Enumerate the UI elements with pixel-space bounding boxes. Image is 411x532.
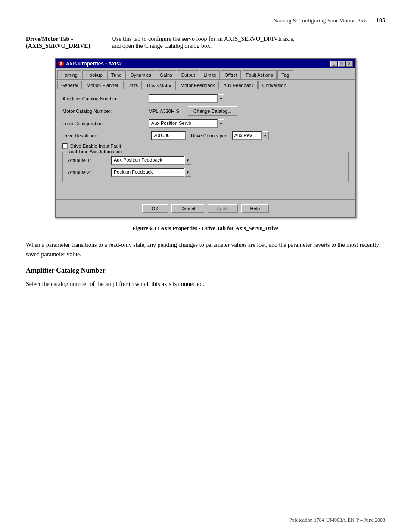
attr1-label: Attribute 1: [68,158,111,163]
attr1-combo[interactable]: Aux Position Feedback ▼ [111,156,191,165]
tab-motor-feedback[interactable]: Motor Feedback [177,81,218,89]
tab-fault-actions[interactable]: Fault Actions [242,70,277,79]
drive-unit-dropdown-arrow[interactable]: ▼ [262,131,269,140]
tab-aux-feedback[interactable]: Aux Feedback [220,81,258,89]
tab-bar-row1: Homing Hookup Tune Dynamics Gains Output… [56,68,355,80]
page-header: Naming & Configuring Your Motion Axis 10… [26,17,385,27]
real-time-group: Real Time Axis Infomation Attribute 1: A… [62,152,349,182]
intro-label-title: Drive/Motor Tab - [26,36,103,43]
tab-drive-motor[interactable]: Drive/Motor [143,81,176,90]
tab-motion-planner[interactable]: Motion Planner [83,81,122,89]
amplifier-dropdown-arrow[interactable]: ▼ [218,94,224,103]
motor-catalog-label: Motor Catalog Number: [62,109,149,114]
apply-button[interactable]: Apply [208,204,238,213]
dialog-content: Amplifier Catalog Number: 2094-AM02 ▼ Mo… [56,89,355,199]
intro-label: Drive/Motor Tab - (AXIS_SERVO_DRIVE) [26,36,103,50]
axis-properties-dialog: ⚙ Axis Properties - Axis2 _ □ ✕ Homing H… [55,58,356,218]
ok-button[interactable]: OK [142,204,168,213]
drive-unit-combo[interactable]: Aux Rev ▼ [232,131,269,140]
dialog-controls: _ □ ✕ [330,61,353,67]
tab-offset[interactable]: Offset [221,70,241,79]
dialog-footer: OK Cancel Apply Help [56,199,355,217]
minimize-button[interactable]: _ [330,61,337,67]
enable-fault-checkbox[interactable] [62,143,68,149]
drive-resolution-label: Drive Resolution: [62,133,149,138]
tab-general[interactable]: General [57,81,82,89]
drive-resolution-value[interactable]: 200000 [151,131,186,140]
tab-output[interactable]: Output [177,70,199,79]
amplifier-row: Amplifier Catalog Number: 2094-AM02 ▼ [62,94,349,103]
close-button[interactable]: ✕ [346,61,353,67]
attr2-value[interactable]: Position Feedback [111,168,184,177]
drive-counts-label: Drive Counts per [191,133,227,138]
section-paragraph: Select the catalog number of the amplifi… [26,280,385,289]
attr1-dropdown-arrow[interactable]: ▼ [184,156,191,165]
loop-config-value[interactable]: Aux Position Servo [149,119,218,128]
dialog-app-icon: ⚙ [58,61,64,67]
dialog-title-left: ⚙ Axis Properties - Axis2 [58,61,122,67]
help-button[interactable]: Help [241,204,269,213]
tab-gains[interactable]: Gains [156,70,176,79]
attr1-value[interactable]: Aux Position Feedback [111,156,184,165]
tab-conversion[interactable]: Conversion [258,81,290,89]
tab-dynamics[interactable]: Dynamics [127,70,155,79]
tab-homing[interactable]: Homing [57,70,81,79]
loop-config-combo[interactable]: Aux Position Servo ▼ [149,119,224,128]
figure-caption: Figure 6.13 Axis Properties - Drive Tab … [26,225,385,232]
drive-resolution-row: Drive Resolution: 200000 Drive Counts pe… [62,131,349,140]
tab-hookup[interactable]: Hookup [82,70,106,79]
attr2-combo[interactable]: Position Feedback ▼ [111,168,191,177]
enable-fault-row: Drive Enable Input Fault [62,143,349,149]
intro-label-subtitle: (AXIS_SERVO_DRIVE) [26,43,103,50]
footer-publication: Publication 1784-UM003A-EN-P – June 2003 [289,517,385,523]
loop-config-label: Loop Configuration: [62,121,149,126]
intro-section: Drive/Motor Tab - (AXIS_SERVO_DRIVE) Use… [26,36,385,50]
tab-bar-row2: General Motion Planner Units Drive/Motor… [56,80,355,89]
header-text: Naming & Configuring Your Motion Axis [273,17,367,24]
amplifier-combo[interactable]: 2094-AM02 ▼ [149,94,224,103]
amplifier-value[interactable]: 2094-AM02 [149,94,218,103]
section-heading: Amplifier Catalog Number [26,267,385,274]
intro-text: Use this tab to configure the servo loop… [112,36,385,50]
attr2-label: Attribute 2: [68,170,111,175]
enable-fault-label: Drive Enable Input Fault [70,143,121,149]
tab-units[interactable]: Units [123,81,142,89]
tab-limits[interactable]: Limits [200,70,220,79]
motor-catalog-row: Motor Catalog Number: MPL-A320H-S Change… [62,106,349,116]
dialog-titlebar: ⚙ Axis Properties - Axis2 _ □ ✕ [56,59,355,68]
group-box-label: Real Time Axis Infomation [66,149,123,154]
attr2-row: Attribute 2: Position Feedback ▼ [68,168,343,177]
cancel-button[interactable]: Cancel [171,204,204,213]
drive-unit-value[interactable]: Aux Rev [232,131,262,140]
body-paragraph: When a parameter transitions to a read-o… [26,240,385,260]
change-catalog-button[interactable]: Change Catalog... [188,106,237,116]
tab-tune[interactable]: Tune [107,70,126,79]
page-number: 105 [376,17,385,24]
loop-config-dropdown-arrow[interactable]: ▼ [218,119,224,128]
loop-config-row: Loop Configuration: Aux Position Servo ▼ [62,119,349,128]
restore-button[interactable]: □ [338,61,345,67]
tab-tag[interactable]: Tag [277,70,293,79]
attr1-row: Attribute 1: Aux Position Feedback ▼ [68,156,343,165]
amplifier-label: Amplifier Catalog Number: [62,96,149,101]
attr2-dropdown-arrow[interactable]: ▼ [184,168,191,177]
dialog-title: Axis Properties - Axis2 [66,61,122,67]
motor-catalog-value: MPL-A320H-S [149,109,179,114]
